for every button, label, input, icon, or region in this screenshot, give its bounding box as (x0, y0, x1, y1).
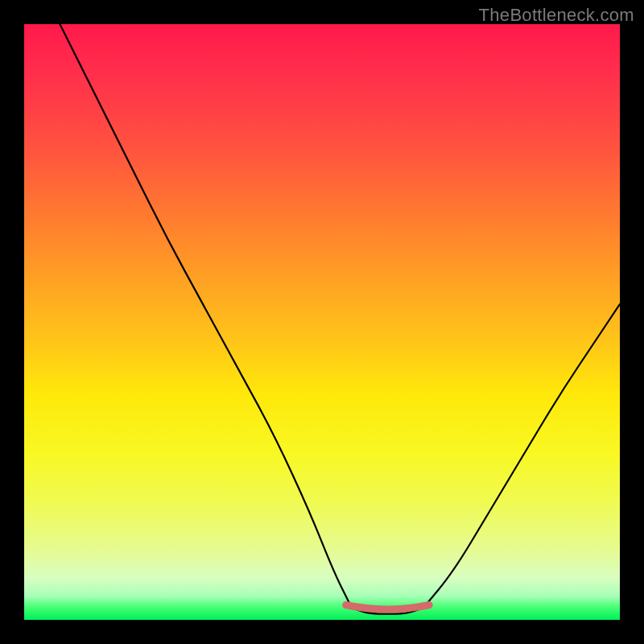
chart-canvas: TheBottleneck.com (0, 0, 644, 644)
watermark-text: TheBottleneck.com (479, 5, 634, 26)
optimal-range-marker (346, 605, 430, 610)
bottleneck-curve (24, 24, 620, 620)
plot-area (24, 24, 620, 620)
curve-path (60, 24, 620, 614)
